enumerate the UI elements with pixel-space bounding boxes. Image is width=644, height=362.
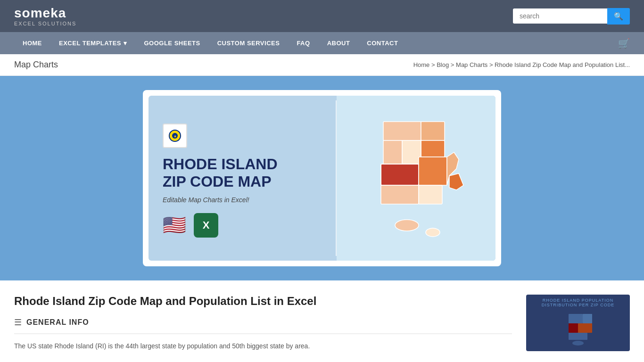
banner-right [337,96,495,261]
sidebar: RHODE ISLAND POPULATION DISTRIBUTION PER… [526,295,630,351]
sidebar-map-svg [536,309,620,347]
svg-rect-9 [381,164,419,185]
breadcrumb-home[interactable]: Home [413,61,430,68]
banner-icons-row: 🇺🇸 X [163,213,218,238]
section-divider [14,333,512,334]
svg-rect-4 [383,122,421,140]
ri-flag-icon: ★ [163,123,187,148]
svg-text:★: ★ [173,134,177,139]
ri-map [355,112,478,244]
svg-rect-21 [578,323,592,333]
site-header: someka Excel Solutions 🔍 [0,0,644,32]
section-title: Map Charts [14,60,58,70]
svg-rect-20 [569,323,578,333]
svg-rect-5 [421,122,445,140]
svg-rect-22 [569,333,587,340]
breadcrumb-current: Rhode Island Zip Code Map and Population… [495,61,630,68]
search-button[interactable]: 🔍 [607,8,630,25]
main-navbar: HOME EXCEL TEMPLATES ▾ GOOGLE SHEETS CUS… [0,32,644,54]
dropdown-arrow-icon: ▾ [124,40,127,47]
svg-point-23 [572,341,584,346]
nav-item-custom-services[interactable]: CUSTOM SERVICES [209,32,289,54]
ri-map-svg [355,112,478,244]
nav-item-contact[interactable]: CONTACT [358,32,406,54]
svg-rect-6 [421,140,445,157]
banner-inner: ★ RHODE ISLAND ZIP CODE MAP Editable Map… [149,96,495,261]
ri-flag-svg: ★ [165,126,184,145]
svg-point-15 [395,220,419,231]
logo-tagline: Excel Solutions [14,21,76,26]
banner-section: ★ RHODE ISLAND ZIP CODE MAP Editable Map… [0,76,644,280]
nav-item-about[interactable]: ABOUT [319,32,359,54]
usa-flag-icon: 🇺🇸 [163,214,186,236]
section-header: ☰ GENERAL INFO [14,317,512,328]
logo-text: someka [14,6,66,20]
excel-icon: X [194,213,218,238]
svg-rect-8 [402,140,421,164]
breadcrumb-blog[interactable]: Blog [437,61,449,68]
banner-card: ★ RHODE ISLAND ZIP CODE MAP Editable Map… [143,90,501,266]
nav-item-excel-templates[interactable]: EXCEL TEMPLATES ▾ [50,32,135,54]
nav-item-home[interactable]: HOME [14,32,50,54]
logo-brand: someka [14,6,66,21]
nav-item-faq[interactable]: FAQ [288,32,318,54]
banner-title: RHODE ISLAND ZIP CODE MAP [163,156,278,190]
sidebar-thumbnail: RHODE ISLAND POPULATION DISTRIBUTION PER… [526,295,630,351]
breadcrumb: Home > Blog > Map Charts > Rhode Island … [413,61,630,68]
main-content: Rhode Island Zip Code Map and Population… [14,295,512,351]
banner-left: ★ RHODE ISLAND ZIP CODE MAP Editable Map… [149,96,336,261]
banner-title-line1: RHODE ISLAND [163,156,278,173]
banner-title-line2: ZIP CODE MAP [163,173,272,190]
svg-rect-10 [419,157,447,185]
breadcrumb-bar: Map Charts Home > Blog > Map Charts > Rh… [0,54,644,76]
svg-rect-14 [419,185,442,204]
svg-rect-19 [583,314,592,323]
svg-rect-7 [383,140,402,164]
breadcrumb-map-charts[interactable]: Map Charts [456,61,487,68]
svg-rect-13 [381,185,419,204]
svg-marker-12 [449,173,463,190]
search-input[interactable] [513,8,607,24]
cart-icon[interactable]: 🛒 [618,38,630,49]
banner-subtitle: Editable Map Charts in Excel! [163,196,249,204]
logo-area: someka Excel Solutions [14,6,76,26]
content-area: Rhode Island Zip Code Map and Population… [0,280,644,362]
info-icon: ☰ [14,317,22,328]
svg-point-16 [426,228,440,237]
search-area: 🔍 [513,8,630,25]
section-title-label: GENERAL INFO [26,318,89,327]
page-heading: Rhode Island Zip Code Map and Population… [14,295,512,308]
nav-item-google-sheets[interactable]: GOOGLE SHEETS [135,32,208,54]
svg-rect-18 [569,314,583,323]
section-body: The US state Rhode Island (RI) is the 44… [14,341,512,351]
